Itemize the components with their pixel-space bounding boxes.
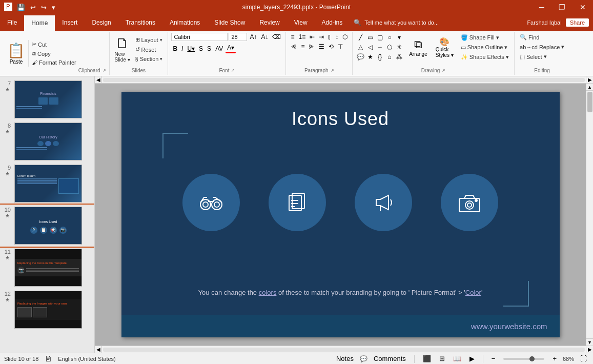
bracket-tool[interactable]: {} [375,52,384,62]
tab-slideshow[interactable]: Slide Show [207,14,252,31]
font-expand[interactable]: ↗ [231,68,235,73]
underline-button[interactable]: U▾ [186,45,196,53]
tab-addins[interactable]: Add-ins [315,14,350,31]
slide-canvas[interactable]: Icons Used [121,92,560,337]
comments-btn[interactable]: Comments [372,354,408,363]
brace-tool[interactable]: ⌂ [385,52,394,62]
pentagon-tool[interactable]: ⬠ [385,43,394,52]
clipboard-expand[interactable]: ↗ [103,68,106,73]
restore-btn[interactable]: ❐ [556,2,568,12]
triangle-tool[interactable]: △ [356,43,365,52]
scroll-right-btn[interactable]: ▶ [586,76,593,84]
oval-tool[interactable]: ○ [385,33,394,42]
cut-button[interactable]: ✂Cut [30,40,78,49]
arrange-button[interactable]: ⧉ Arrange [406,33,431,62]
star-tool[interactable]: ★ [365,52,375,62]
decrease-font-btn[interactable]: A↓ [259,33,270,41]
justify-btn[interactable]: ☰ [317,43,326,51]
minimize-btn[interactable]: ─ [536,2,547,12]
reset-button[interactable]: ↺Reset [133,45,165,54]
tab-file[interactable]: File [0,14,24,31]
shape-fill-btn[interactable]: 🪣Shape Fill ▾ [459,33,511,42]
zoom-in-btn[interactable]: + [550,354,559,363]
h-scrollbar[interactable] [103,78,585,82]
slide-item-11[interactable]: 11 ★ Replacing the Icons in this Templat… [0,247,94,289]
convert-to-smartart-btn[interactable]: ⬡ [341,33,349,41]
section-button[interactable]: §Section ▾ [133,55,165,63]
scroll-left-bottom-btn[interactable]: ◀ [95,346,102,353]
numbering-btn[interactable]: 1≡ [297,33,307,41]
tab-insert[interactable]: Insert [55,14,85,31]
font-size-input[interactable] [229,33,247,41]
rounded-rect-tool[interactable]: ▢ [375,33,384,42]
shape-row3-more[interactable]: ⁂ [395,52,404,62]
clear-format-btn[interactable]: ⌫ [271,33,282,41]
shape-effects-btn[interactable]: ✨Shape Effects ▾ [459,53,511,62]
align-right-btn[interactable]: ⫸ [307,43,316,51]
save-btn[interactable]: 💾 [15,3,27,12]
strikethrough-button[interactable]: S [197,45,205,53]
slide-item-12[interactable]: 12 ★ Replacing the Images with your own [0,289,94,331]
h-scrollbar-bottom[interactable] [103,348,585,352]
paste-button[interactable]: 📋 Paste [4,40,29,67]
shape-row2-more[interactable]: ✳ [395,43,404,52]
tab-review[interactable]: Review [252,14,287,31]
fit-window-btn[interactable]: ⛶ [578,354,589,363]
tab-view[interactable]: View [287,14,315,31]
font-name-input[interactable] [171,33,228,41]
bullets-btn[interactable]: ≡ [289,33,296,41]
slide-item-9[interactable]: 9 ★ Lorem Ipsum [0,163,94,205]
slide-item-10[interactable]: 10 ★ Icons Used 🔭 📋 📢 📷 [0,205,94,247]
scroll-right-bottom-btn[interactable]: ▶ [586,346,593,353]
char-spacing-btn[interactable]: AV [214,45,224,53]
slide-item-7[interactable]: 7 ★ Financials [0,78,94,120]
slideshow-btn[interactable]: ▶ [467,354,477,363]
more-shapes-btn[interactable]: ▾ [395,33,404,42]
quick-styles-button[interactable]: 🎨 QuickStyles ▾ [433,33,457,62]
v-scroll-thumb[interactable] [587,92,592,112]
slide-item-8[interactable]: 8 ★ Our History [0,120,94,163]
layout-button[interactable]: ⊞Layout ▾ [133,35,165,44]
select-button[interactable]: ⬚Select ▾ [518,52,566,61]
callout-tool[interactable]: 💬 [356,52,365,62]
tab-design[interactable]: Design [85,14,118,31]
increase-indent-btn[interactable]: ⇥ [317,33,325,41]
text-direction-btn[interactable]: ⟲ [327,43,335,51]
tab-transitions[interactable]: Transitions [118,14,162,31]
find-button[interactable]: 🔍Find [518,33,566,42]
para-expand[interactable]: ↗ [331,68,334,73]
format-painter-button[interactable]: 🖌Format Painter [30,58,78,67]
arrow-tool[interactable]: → [375,43,384,52]
share-btn[interactable]: Share [566,18,589,27]
increase-font-btn[interactable]: A↑ [248,33,258,41]
copy-button[interactable]: ⧉Copy [30,49,78,58]
rect-tool[interactable]: ▭ [365,33,375,42]
scroll-up-btn[interactable]: ▲ [586,84,593,91]
notes-btn[interactable]: Notes [334,354,356,363]
bold-button[interactable]: B [171,45,179,53]
scroll-down-btn[interactable]: ▼ [586,338,593,346]
slide-sorter-btn[interactable]: ⊞ [437,354,447,363]
align-left-btn[interactable]: ⫷ [289,43,298,51]
tell-me-input[interactable]: Tell me what you want to do... [364,19,439,26]
close-btn[interactable]: ✕ [577,2,589,12]
undo-btn[interactable]: ↩ [29,3,37,12]
new-slide-button[interactable]: 🗋 NewSlide ▾ [113,35,132,64]
text-align-btn[interactable]: ⊤ [336,43,344,51]
line-tool[interactable]: ╱ [356,33,365,42]
zoom-out-btn[interactable]: − [489,354,498,363]
shape-outline-btn[interactable]: ▭Shape Outline ▾ [459,43,511,52]
customize-qa-btn[interactable]: ▾ [50,3,57,12]
columns-btn[interactable]: ⫿ [326,33,333,41]
font-color-btn[interactable]: A▾ [226,44,236,53]
decrease-indent-btn[interactable]: ⇤ [308,33,316,41]
right-tri-tool[interactable]: ◁ [365,43,375,52]
line-spacing-btn[interactable]: ↕ [334,33,340,41]
zoom-slider[interactable] [503,358,544,360]
replace-button[interactable]: ab→cdReplace ▾ [518,43,566,51]
tab-animations[interactable]: Animations [162,14,207,31]
normal-view-btn[interactable]: ⬛ [421,354,433,363]
scroll-left-btn[interactable]: ◀ [95,76,102,84]
reading-view-btn[interactable]: 📖 [451,354,463,363]
align-center-btn[interactable]: ≡ [299,43,306,51]
